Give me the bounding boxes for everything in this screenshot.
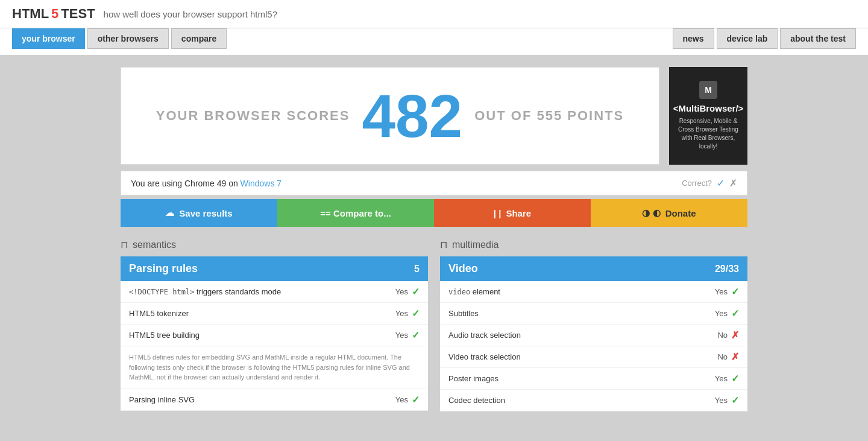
parsing-rules-title: Parsing rules bbox=[129, 262, 198, 275]
parsing-rules-header: Parsing rules 5 bbox=[121, 256, 428, 281]
test-result: No ✗ bbox=[717, 329, 739, 341]
result-label: Yes bbox=[395, 395, 408, 404]
ad-logo: M <MultiBrowser/> bbox=[673, 81, 744, 113]
video-category: Video 29/33 video element Yes ✓ Subtitle… bbox=[440, 256, 747, 411]
tab-device-lab[interactable]: device lab bbox=[717, 28, 778, 49]
table-row: HTML5 tree building Yes ✓ bbox=[121, 325, 428, 346]
test-sections: ⊓ semantics Parsing rules 5 <!DOCTYPE ht… bbox=[121, 239, 747, 417]
result-label: Yes bbox=[395, 331, 408, 340]
result-check-icon: ✓ bbox=[731, 308, 739, 319]
ad-box[interactable]: M <MultiBrowser/> Responsive, Mobile & C… bbox=[669, 67, 747, 165]
table-row: Subtitles Yes ✓ bbox=[440, 303, 747, 325]
video-score: 29/33 bbox=[715, 264, 739, 274]
test-result: Yes ✓ bbox=[395, 329, 420, 341]
score-box: YOUR BROWSER SCORES 482 OUT OF 555 POINT… bbox=[121, 67, 659, 165]
action-bar: ☁ Save results == Compare to... | | Shar… bbox=[121, 199, 747, 227]
logo-html: HTML bbox=[12, 6, 49, 22]
table-row: Parsing inline SVG Yes ✓ bbox=[121, 389, 428, 411]
parsing-rules-description: HTML5 defines rules for embedding SVG an… bbox=[121, 346, 428, 389]
semantics-header: ⊓ semantics bbox=[121, 239, 428, 250]
tab-your-browser[interactable]: your browser bbox=[12, 28, 85, 49]
header: HTML5TEST how well does your browser sup… bbox=[0, 0, 868, 28]
correct-check-button[interactable]: ✓ bbox=[717, 177, 725, 189]
test-result: Yes ✓ bbox=[395, 394, 420, 405]
share-icon: | | bbox=[494, 208, 502, 218]
test-name: HTML5 tree building bbox=[129, 331, 200, 340]
test-name: Parsing inline SVG bbox=[129, 395, 195, 404]
ad-description: Responsive, Mobile & Cross Browser Testi… bbox=[676, 117, 740, 151]
nav-right: news device lab about the test bbox=[673, 28, 857, 49]
test-name: Audio track selection bbox=[448, 331, 521, 340]
logo-test: TEST bbox=[61, 6, 95, 22]
test-result: Yes ✓ bbox=[715, 373, 739, 384]
multimedia-header: ⊓ multimedia bbox=[440, 239, 747, 250]
result-check-icon: ✓ bbox=[731, 373, 739, 384]
browser-info-bar: You are using Chrome 49 on Windows 7 Cor… bbox=[121, 171, 747, 195]
score-prefix: YOUR BROWSER SCORES bbox=[156, 108, 350, 124]
multimedia-section: ⊓ multimedia Video 29/33 video element Y… bbox=[440, 239, 747, 417]
donate-button[interactable]: ◑ ◐ Donate bbox=[591, 199, 747, 227]
logo-tagline: how well does your browser support html5… bbox=[104, 9, 277, 19]
table-row: video element Yes ✓ bbox=[440, 281, 747, 303]
correct-label: Correct? bbox=[682, 179, 712, 188]
table-row: Codec detection Yes ✓ bbox=[440, 390, 747, 411]
table-row: Poster images Yes ✓ bbox=[440, 368, 747, 390]
result-check-icon: ✓ bbox=[412, 308, 420, 319]
result-check-icon: ✓ bbox=[412, 329, 420, 341]
result-check-icon: ✓ bbox=[412, 394, 420, 405]
result-label: No bbox=[717, 352, 728, 361]
result-label: Yes bbox=[715, 309, 728, 318]
tab-news[interactable]: news bbox=[673, 28, 714, 49]
tab-compare[interactable]: compare bbox=[171, 28, 227, 49]
score-suffix: OUT OF 555 POINTS bbox=[474, 108, 624, 124]
browser-info-text: You are using Chrome 49 on Windows 7 bbox=[131, 179, 281, 188]
result-label: Yes bbox=[715, 287, 728, 296]
share-label: Share bbox=[506, 208, 531, 218]
semantics-section: ⊓ semantics Parsing rules 5 <!DOCTYPE ht… bbox=[121, 239, 428, 417]
test-name: Codec detection bbox=[448, 396, 505, 405]
test-name: Video track selection bbox=[448, 352, 521, 361]
windows-link[interactable]: Windows 7 bbox=[241, 179, 281, 188]
donate-icon: ◑ ◐ bbox=[642, 208, 660, 218]
main-content: YOUR BROWSER SCORES 482 OUT OF 555 POINT… bbox=[0, 55, 868, 430]
table-row: <!DOCTYPE html> triggers standards mode … bbox=[121, 281, 428, 303]
result-label: No bbox=[717, 331, 728, 340]
compare-button[interactable]: == Compare to... bbox=[277, 199, 434, 227]
result-label: Yes bbox=[395, 287, 408, 296]
save-button[interactable]: ☁ Save results bbox=[121, 199, 277, 227]
logo: HTML5TEST how well does your browser sup… bbox=[12, 6, 277, 22]
table-row: Audio track selection No ✗ bbox=[440, 325, 747, 346]
result-cross-icon: ✗ bbox=[731, 329, 739, 341]
multimedia-icon: ⊓ bbox=[440, 239, 447, 250]
semantics-label: semantics bbox=[133, 240, 176, 250]
result-check-icon: ✓ bbox=[731, 286, 739, 297]
svg-text:M: M bbox=[705, 85, 712, 95]
nav-left: your browser other browsers compare bbox=[12, 28, 227, 49]
test-name: HTML5 tokenizer bbox=[129, 309, 189, 318]
parsing-rules-score: 5 bbox=[414, 264, 420, 274]
correct-bar: Correct? ✓ ✗ bbox=[682, 177, 737, 189]
table-row: Video track selection No ✗ bbox=[440, 346, 747, 368]
test-result: Yes ✓ bbox=[715, 308, 739, 319]
nav-bar: your browser other browsers compare news… bbox=[0, 28, 868, 55]
test-result: Yes ✓ bbox=[715, 286, 739, 297]
tab-other-browsers[interactable]: other browsers bbox=[87, 28, 169, 49]
share-button[interactable]: | | Share bbox=[434, 199, 591, 227]
result-label: Yes bbox=[715, 396, 728, 405]
parsing-rules-category: Parsing rules 5 <!DOCTYPE html> triggers… bbox=[121, 256, 428, 411]
save-icon: ☁ bbox=[165, 208, 174, 218]
score-number: 482 bbox=[362, 86, 462, 146]
result-cross-icon: ✗ bbox=[731, 351, 739, 363]
correct-x-button[interactable]: ✗ bbox=[729, 177, 737, 189]
test-name: Poster images bbox=[448, 374, 498, 383]
test-result: Yes ✓ bbox=[395, 308, 420, 319]
result-check-icon: ✓ bbox=[412, 286, 420, 297]
test-name: <!DOCTYPE html> triggers standards mode bbox=[129, 287, 281, 296]
score-section: YOUR BROWSER SCORES 482 OUT OF 555 POINT… bbox=[121, 67, 747, 165]
compare-label: == Compare to... bbox=[320, 208, 391, 218]
test-name: video element bbox=[448, 287, 500, 296]
donate-label: Donate bbox=[665, 208, 696, 218]
tab-about-the-test[interactable]: about the test bbox=[780, 28, 856, 49]
multimedia-label: multimedia bbox=[452, 240, 498, 250]
result-label: Yes bbox=[395, 309, 408, 318]
